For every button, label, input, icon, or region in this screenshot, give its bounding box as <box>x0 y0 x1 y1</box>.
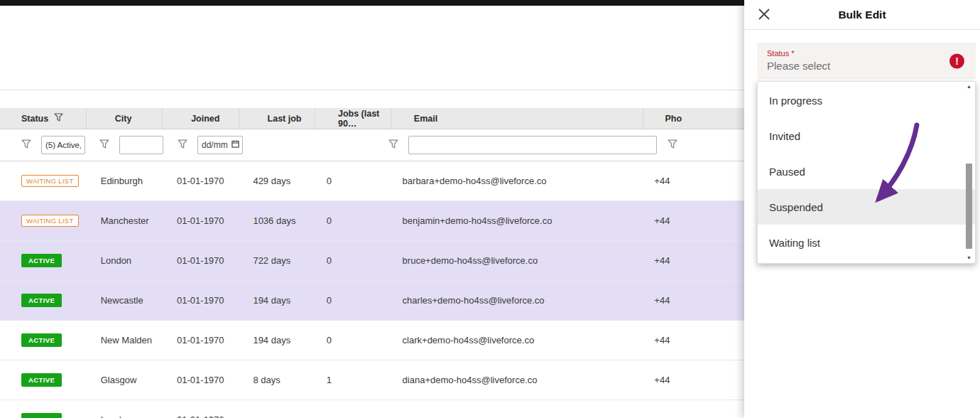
filter-cell-email <box>377 129 657 161</box>
column-header-last-job[interactable]: Last job <box>239 108 315 129</box>
column-header-joined[interactable]: Joined <box>163 108 239 129</box>
column-header-phone[interactable]: Pho <box>643 108 744 129</box>
dropdown-option-suspended[interactable]: Suspended <box>758 189 975 225</box>
filter-cell-jobs <box>310 129 377 161</box>
table-row[interactable]: ACTIVE London 01-01-1970 722 days 0 bruc… <box>0 241 744 281</box>
cell-jobs: 0 <box>315 255 391 266</box>
calendar-icon[interactable] <box>232 140 239 150</box>
filter-funnel-icon[interactable] <box>54 113 63 124</box>
column-header-city[interactable]: City <box>87 108 163 129</box>
filter-funnel-icon[interactable] <box>99 139 109 151</box>
filter-cell-city <box>85 129 163 161</box>
cell-joined: 01-01-1970 <box>163 176 239 186</box>
dropdown-option-in-progress[interactable]: In progress <box>758 82 975 118</box>
date-placeholder: dd/mm <box>202 140 228 150</box>
status-field-placeholder: Please select <box>767 60 966 72</box>
scroll-down-icon[interactable]: ▼ <box>964 254 974 262</box>
scrollbar-thumb[interactable] <box>966 164 972 249</box>
cell-last-job: 722 days <box>239 255 315 266</box>
table-row[interactable]: ACTIVE Newcastle 01-01-1970 194 days 0 c… <box>0 281 744 321</box>
status-dropdown: In progress Invited Paused Suspended Wai… <box>757 81 976 264</box>
cell-jobs: 0 <box>315 295 391 306</box>
cell-status: ACTIVE <box>0 254 87 267</box>
filter-cell-last-job <box>243 129 310 161</box>
toolbar-space <box>0 6 744 90</box>
status-badge: ACTIVE <box>21 333 62 347</box>
column-header-label: Email <box>403 114 437 124</box>
table-row[interactable]: WAITING LIST Edinburgh 01-01-1970 429 da… <box>0 161 744 201</box>
cell-email: diana+demo-ho4ss@liveforce.co <box>391 375 644 385</box>
filter-funnel-icon[interactable] <box>178 139 187 151</box>
table-row[interactable]: ACTIVE Glasgow 01-01-1970 8 days 1 diana… <box>0 360 744 400</box>
cell-last-job: 429 days <box>239 176 315 186</box>
cell-city: Manchester <box>87 215 163 226</box>
filter-cell-phone <box>657 129 744 161</box>
cell-phone: +44 <box>643 295 744 306</box>
dropdown-option-invited[interactable]: Invited <box>758 118 975 154</box>
cell-phone: +44 <box>643 215 744 226</box>
cell-city: London <box>87 255 163 266</box>
cell-status: ACTIVE <box>0 373 87 387</box>
filter-cell-joined: dd/mm <box>163 129 243 161</box>
email-filter-input[interactable] <box>408 136 657 154</box>
status-badge: ACTIVE <box>21 413 62 418</box>
dropdown-option-paused[interactable]: Paused <box>758 154 975 189</box>
cell-last-job: 1036 days <box>239 215 315 226</box>
cell-email: bruce+demo-ho4ss@liveforce.co <box>391 255 644 266</box>
bulk-edit-panel: Bulk Edit Status * Please select ! In pr… <box>744 0 980 418</box>
status-badge: ACTIVE <box>21 294 62 307</box>
cell-email: clark+demo-ho4ss@liveforce.co <box>391 335 644 345</box>
cell-jobs: 1 <box>315 375 391 385</box>
cell-joined: 01-01-1970 <box>163 414 239 418</box>
screen: Status City Joined Last job Jobs (last 9… <box>0 0 980 418</box>
cell-status: ACTIVE <box>0 333 87 347</box>
panel-header: Bulk Edit <box>744 0 980 30</box>
table-row[interactable]: WAITING LIST Manchester 01-01-1970 1036 … <box>0 201 744 241</box>
cell-joined: 01-01-1970 <box>163 255 239 266</box>
status-badge: ACTIVE <box>21 254 62 267</box>
cell-city: London <box>87 414 163 418</box>
status-filter-input[interactable] <box>41 136 85 154</box>
top-black-bar <box>0 0 744 6</box>
filter-funnel-icon[interactable] <box>21 139 31 151</box>
cell-phone: +44 <box>643 375 744 385</box>
scroll-up-icon[interactable]: ▲ <box>964 83 974 90</box>
filter-funnel-icon[interactable] <box>668 139 677 151</box>
panel-title: Bulk Edit <box>744 9 980 21</box>
cell-phone: +44 <box>643 255 744 266</box>
status-select-field[interactable]: Status * Please select ! <box>757 43 976 79</box>
column-header-email[interactable]: Email <box>391 108 644 129</box>
dropdown-scrollbar[interactable]: ▲ ▼ <box>964 83 974 262</box>
dropdown-option-waiting-list[interactable]: Waiting list <box>758 225 975 260</box>
column-header-label: Pho <box>654 114 682 124</box>
cell-city: Glasgow <box>87 375 163 385</box>
status-field-label: Status * <box>767 49 966 58</box>
table-row[interactable]: ACTIVE New Malden 01-01-1970 194 days 0 … <box>0 321 744 360</box>
cell-status: ACTIVE <box>0 413 87 418</box>
filter-funnel-icon[interactable] <box>388 139 398 151</box>
status-badge: WAITING LIST <box>21 175 79 187</box>
cell-joined: 01-01-1970 <box>163 335 239 345</box>
cell-jobs: 0 <box>315 335 391 345</box>
cell-joined: 01-01-1970 <box>163 215 239 226</box>
cell-jobs: 0 <box>315 176 391 186</box>
table-row[interactable]: ACTIVE London 01-01-1970 <box>0 400 744 418</box>
column-header-label: Last job <box>254 114 302 124</box>
cell-email: benjamin+demo-ho4ss@liveforce.co <box>391 215 644 226</box>
cell-last-job: 194 days <box>239 295 315 306</box>
cell-status: WAITING LIST <box>0 175 87 187</box>
column-header-status[interactable]: Status <box>0 108 87 129</box>
joined-date-filter[interactable]: dd/mm <box>197 136 243 154</box>
cell-last-job: 8 days <box>239 375 315 385</box>
column-header-jobs-90[interactable]: Jobs (last 90… <box>315 108 391 129</box>
error-icon: ! <box>949 53 964 68</box>
city-filter-input[interactable] <box>119 136 163 154</box>
cell-joined: 01-01-1970 <box>163 375 239 385</box>
table-filter-row: dd/mm <box>0 129 744 161</box>
cell-phone: +44 <box>643 335 744 345</box>
cell-city: New Malden <box>87 335 163 345</box>
status-badge: WAITING LIST <box>21 215 79 227</box>
column-header-label: Jobs (last 90… <box>327 109 391 129</box>
data-table-region: Status City Joined Last job Jobs (last 9… <box>0 0 744 418</box>
column-header-label: Joined <box>177 114 219 124</box>
